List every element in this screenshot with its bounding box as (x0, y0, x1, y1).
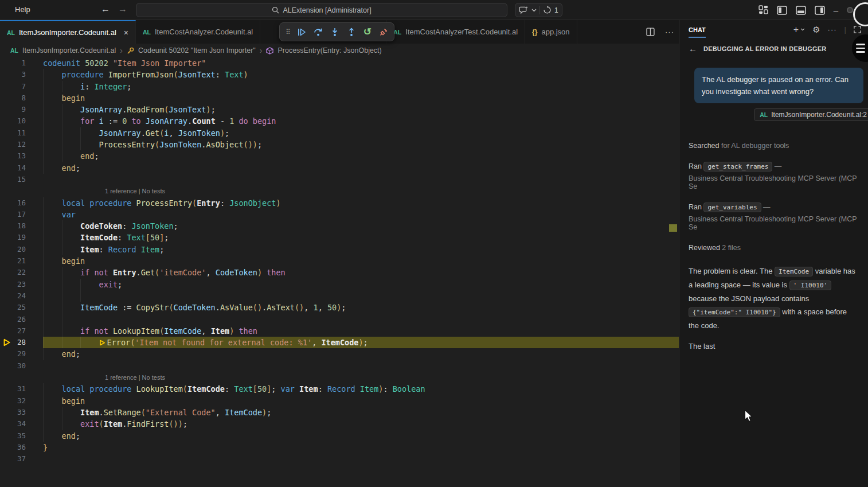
chat-panel-header: CHAT + ⚙ ··· | (679, 20, 868, 39)
code-editor[interactable]: 1codeunit 50202 "Item Json Importer"3pro… (0, 57, 679, 487)
chevron-right-icon: › (120, 46, 123, 55)
debug-step-over-icon[interactable] (314, 28, 323, 37)
code-line-17[interactable]: 17var (0, 209, 679, 220)
toggle-panel-icon[interactable] (796, 6, 806, 15)
breadcrumb-object[interactable]: Codeunit 50202 "Item Json Importer" (138, 46, 256, 54)
small-overlay-dot (847, 7, 853, 13)
chat-session-title: DEBUGGING AL ERROR IN DEBUGGER (703, 45, 826, 52)
customize-layout-icon[interactable] (758, 5, 768, 15)
debug-continue-icon[interactable] (297, 28, 306, 37)
code-line-37[interactable]: 37 (0, 453, 679, 465)
breadcrumb[interactable]: AL ItemJsonImporter.Codeunit.al › Codeun… (0, 44, 679, 57)
maximize-panel-icon[interactable] (854, 26, 861, 33)
debug-disconnect-icon[interactable] (379, 28, 388, 37)
run-loop-icon (543, 6, 552, 14)
nav-forward-icon[interactable]: → (118, 4, 127, 14)
codelens[interactable]: 1 reference | No tests (0, 185, 679, 197)
code-line-36[interactable]: 36} (0, 442, 679, 453)
tab-itemcostanalyzertest[interactable]: AL ItemCostAnalyzerTest.Codeunit.al (386, 20, 525, 44)
tab-itemcostanalyzer[interactable]: AL ItemCostAnalyzer.Codeunit.al (136, 20, 260, 44)
code-line-21[interactable]: 21begin (0, 255, 679, 267)
code-line-32[interactable]: 32begin (0, 395, 679, 407)
symbol-method-icon (266, 47, 273, 54)
debug-toolbar: ⠿ ↺ (279, 22, 394, 41)
codelens[interactable]: 1 reference | No tests (0, 372, 679, 383)
al-file-icon: AL (7, 29, 15, 36)
drag-handle-icon[interactable]: ⠿ (286, 28, 290, 36)
code-line-28[interactable]: 28Error('Item not found for external cod… (0, 337, 679, 348)
nav-back-icon[interactable]: ← (101, 4, 110, 14)
chat-step[interactable]: Searched for AL debugger tools (689, 142, 859, 150)
code-line-1[interactable]: 1codeunit 50202 "Item Json Importer" (0, 57, 679, 69)
code-line-8[interactable]: 8begin (0, 92, 679, 104)
chat-step[interactable]: Ran get_variables —Business Central Trou… (689, 203, 859, 231)
code-line-23[interactable]: 23exit; (0, 279, 679, 290)
code-line-30[interactable]: 30 (0, 360, 679, 372)
code-line-24[interactable]: 24 (0, 290, 679, 302)
code-line-7[interactable]: 7i: Integer; (0, 81, 679, 92)
code-line-11[interactable]: 11JsonArray.Get(i, JsonToken); (0, 127, 679, 139)
attachment-label: ItemJsonImporter.Codeunit.al:2 (771, 111, 867, 119)
code-line-29[interactable]: 29end; (0, 348, 679, 360)
chat-step[interactable]: Ran get_stack_frames —Business Central T… (689, 162, 859, 190)
al-file-icon: AL (10, 47, 18, 54)
debug-step-into-icon[interactable] (330, 28, 339, 37)
tab-chat[interactable]: CHAT (689, 21, 706, 38)
code-line-15[interactable]: 15 (0, 174, 679, 185)
back-arrow-icon[interactable]: ← (689, 44, 697, 53)
code-line-25[interactable]: 25ItemCode := CopyStr(CodeToken.AsValue(… (0, 302, 679, 313)
code-line-10[interactable]: 10for i := 0 to JsonArray.Count - 1 do b… (0, 115, 679, 127)
code-line-22[interactable]: 22if not Entry.Get('itemCode', CodeToken… (0, 267, 679, 278)
toggle-sidebar-left-icon[interactable] (777, 6, 787, 15)
code-line-33[interactable]: 33Item.SetRange("External Code", ItemCod… (0, 407, 679, 418)
tab-label: ItemCostAnalyzer.Codeunit.al (155, 28, 253, 36)
code-line-18[interactable]: 18CodeToken: JsonToken; (0, 220, 679, 232)
editor-group: AL ItemJsonImporter.Codeunit.al × AL Ite… (0, 20, 679, 487)
title-bar: Help ← → ALExtension [Administrator] 1 (0, 0, 868, 20)
gear-icon[interactable]: ⚙ (812, 25, 820, 35)
divider (539, 6, 540, 14)
code-line-9[interactable]: 9JsonArray.ReadFrom(JsonText); (0, 104, 679, 115)
code-line-12[interactable]: 12ProcessEntry(JsonToken.AsObject()); (0, 139, 679, 150)
chevron-down-icon (800, 28, 805, 31)
attachment-chip[interactable]: AL ItemJsonImporter.Codeunit.al:2 (754, 108, 868, 121)
chevron-down-icon (531, 9, 537, 12)
tab-label: ItemJsonImporter.Codeunit.al (19, 28, 116, 37)
debug-step-out-icon[interactable] (347, 28, 356, 37)
search-text: ALExtension [Administrator] (283, 6, 371, 14)
new-chat-button[interactable]: + (793, 25, 805, 35)
code-line-31[interactable]: 31local procedure LookupItem(ItemCode: T… (0, 383, 679, 395)
debug-restart-icon[interactable]: ↺ (363, 27, 372, 37)
menu-help[interactable]: Help (10, 5, 35, 14)
code-line-14[interactable]: 14end; (0, 162, 679, 174)
toggle-sidebar-right-icon[interactable] (815, 6, 825, 15)
code-line-20[interactable]: 20Item: Record Item; (0, 244, 679, 255)
code-line-13[interactable]: 13end; (0, 150, 679, 162)
tab-itemjsonimporter[interactable]: AL ItemJsonImporter.Codeunit.al × (0, 20, 136, 44)
close-icon[interactable]: × (124, 28, 128, 37)
code-line-26[interactable]: 26 (0, 314, 679, 325)
code-line-19[interactable]: 19ItemCode: Text[50]; (0, 232, 679, 243)
json-file-icon: {} (532, 28, 537, 36)
more-actions-icon[interactable]: ··· (828, 25, 837, 34)
breadcrumb-file[interactable]: ItemJsonImporter.Codeunit.al (22, 46, 116, 54)
tab-bar: AL ItemJsonImporter.Codeunit.al × AL Ite… (0, 20, 679, 44)
assistant-streaming-text: The last (679, 342, 868, 350)
code-line-34[interactable]: 34exit(Item.FindFirst()); (0, 418, 679, 430)
code-line-3[interactable]: 3procedure ImportFromJson(JsonText: Text… (0, 69, 679, 80)
tab-appjson[interactable]: {} app.json (525, 20, 577, 44)
minimize-button[interactable]: – (834, 5, 838, 15)
breadcrumb-member[interactable]: ProcessEntry(Entry: JsonObject) (277, 46, 381, 54)
code-line-27[interactable]: 27if not LookupItem(ItemCode, Item) then (0, 325, 679, 337)
split-editor-icon[interactable] (646, 28, 655, 36)
chat-step[interactable]: Reviewed 2 files (689, 244, 859, 252)
code-line-35[interactable]: 35end; (0, 430, 679, 442)
overview-ruler-marker (669, 224, 677, 232)
divider: | (844, 25, 846, 34)
code-line-16[interactable]: 16local procedure ProcessEntry(Entry: Js… (0, 197, 679, 209)
more-actions-icon[interactable]: ··· (665, 28, 674, 36)
copilot-menu[interactable]: 1 (515, 3, 562, 17)
symbol-object-icon (127, 47, 134, 54)
plus-icon: + (793, 25, 799, 35)
command-center-search[interactable]: ALExtension [Administrator] (136, 3, 507, 17)
